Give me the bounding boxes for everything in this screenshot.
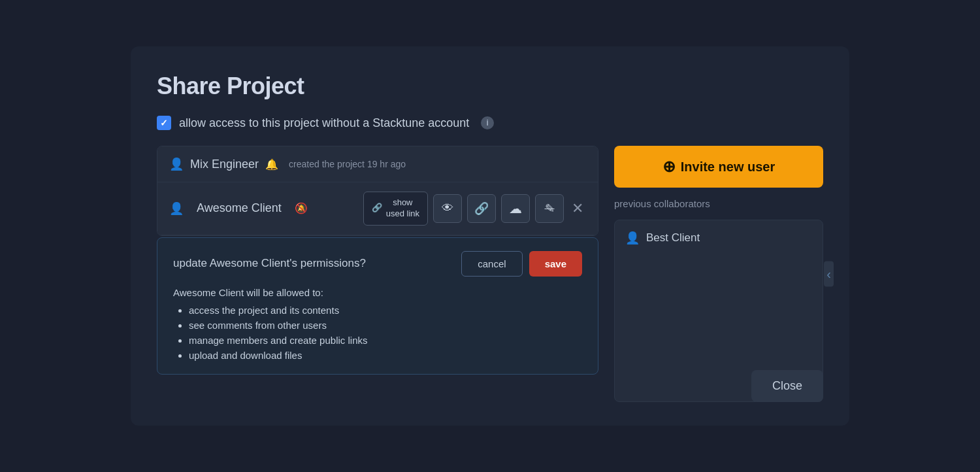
awesome-client-name: Awesome Client — [197, 201, 282, 215]
collaborator-row-awesome-client: 👤 Awesome Client 🔕 🔗 showused link 👁 — [157, 182, 598, 235]
eye-icon: 👁 — [442, 201, 453, 215]
bell-icon-mix[interactable]: 🔔 — [265, 158, 278, 171]
permissions-list: access the project and its contents see … — [173, 305, 582, 361]
share-project-modal: Share Project allow access to this proje… — [131, 46, 849, 426]
user-icon-awesome: 👤 — [169, 201, 184, 216]
close-x-icon: ✕ — [572, 200, 583, 216]
public-access-row: allow access to this project without a S… — [157, 116, 823, 130]
info-icon[interactable]: i — [481, 116, 494, 129]
show-used-link-button[interactable]: 🔗 showused link — [363, 192, 428, 226]
invite-new-user-button[interactable]: ⊕ Invite new user — [614, 146, 823, 188]
permission-item-3: manage members and create public links — [189, 335, 582, 346]
permission-item-1: access the project and its contents — [189, 305, 582, 316]
invite-btn-label: Invite new user — [681, 160, 776, 175]
edit-off-button[interactable]: ✎ — [535, 194, 564, 223]
permission-item-4: upload and download files — [189, 350, 582, 361]
modal-title: Share Project — [157, 73, 823, 100]
main-content: 👤 Mix Engineer 🔔 created the project 19 … — [157, 146, 823, 402]
save-permissions-button[interactable]: save — [529, 251, 582, 277]
permissions-question-row: update Awesome Client's permissions? can… — [173, 251, 582, 277]
cloud-download-button[interactable]: ☁ — [501, 194, 530, 223]
collaborators-box: 👤 Mix Engineer 🔔 created the project 19 … — [157, 146, 598, 236]
permissions-buttons: cancel save — [461, 251, 582, 277]
chain-icon: 🔗 — [474, 201, 489, 216]
remove-collaborator-button[interactable]: ✕ — [569, 197, 586, 220]
public-access-checkbox[interactable] — [157, 116, 171, 130]
link-icon-btn: 🔗 — [372, 203, 382, 214]
right-panel: ⊕ Invite new user previous collaborators… — [614, 146, 823, 402]
collapse-panel-button[interactable]: ‹ — [824, 261, 834, 287]
chevron-left-icon: ‹ — [826, 267, 831, 281]
permissions-confirm-box: update Awesome Client's permissions? can… — [157, 237, 598, 375]
bell-crossed-icon-awesome[interactable]: 🔕 — [295, 202, 308, 214]
prev-user-icon: 👤 — [625, 231, 640, 245]
permission-item-2: see comments from other users — [189, 320, 582, 331]
link-button[interactable]: 🔗 — [467, 194, 496, 223]
plus-icon: ⊕ — [662, 158, 676, 176]
action-buttons: 🔗 showused link 👁 🔗 ☁ — [363, 192, 586, 226]
mix-engineer-meta: created the project 19 hr ago — [289, 159, 406, 169]
permissions-question-text: update Awesome Client's permissions? — [173, 257, 366, 270]
show-used-link-label: showused link — [386, 197, 419, 220]
user-icon-mix: 👤 — [169, 157, 184, 171]
cloud-download-icon: ☁ — [509, 201, 522, 216]
allowed-text: Awesome Client will be allowed to: — [173, 287, 582, 298]
left-panel: 👤 Mix Engineer 🔔 created the project 19 … — [157, 146, 598, 402]
collaborator-row-mix-engineer: 👤 Mix Engineer 🔔 created the project 19 … — [157, 146, 598, 182]
close-modal-button[interactable]: Close — [751, 370, 823, 402]
public-access-label: allow access to this project without a S… — [179, 116, 469, 130]
previous-collaborators-label: previous collaborators — [614, 198, 823, 209]
cancel-permissions-button[interactable]: cancel — [461, 251, 522, 277]
mix-engineer-name: Mix Engineer — [190, 158, 259, 171]
view-button[interactable]: 👁 — [433, 194, 462, 223]
prev-user-name-best-client: Best Client — [646, 231, 700, 244]
edit-off-icon: ✎ — [545, 201, 555, 216]
prev-collaborator-item-best-client: 👤 Best Client — [625, 231, 812, 245]
